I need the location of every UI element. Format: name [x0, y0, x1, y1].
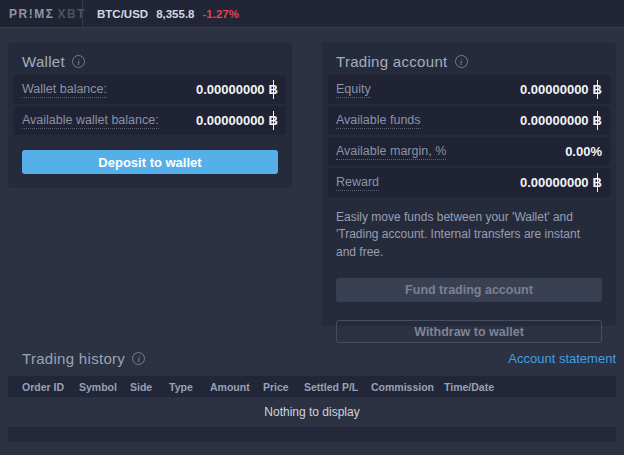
ticker-change: -1.27% [203, 8, 239, 20]
wallet-card: Wallet Wallet balance: 0.00000000 Availa… [8, 42, 292, 188]
column-header-symbol: Symbol [79, 381, 130, 393]
withdraw-to-wallet-button[interactable]: Withdraw to wallet [336, 320, 602, 343]
logo[interactable]: PR!MΣ XBT [0, 0, 83, 27]
wallet-title: Wallet [22, 53, 65, 70]
trading-history-header: Trading history Account statement [8, 346, 616, 370]
account-statement-link[interactable]: Account statement [508, 351, 616, 366]
column-header-type: Type [169, 381, 210, 393]
equity-row: Equity 0.00000000 [328, 75, 610, 104]
logo-text: PR!MΣ [9, 7, 54, 21]
market-ticker[interactable]: BTC/USD 8,355.8 -1.27% [97, 8, 239, 20]
trading-history-title-wrap: Trading history [22, 350, 145, 367]
baht-symbol [593, 175, 602, 190]
topbar: PR!MΣ XBT BTC/USD 8,355.8 -1.27% [0, 0, 624, 28]
info-icon[interactable] [72, 55, 85, 68]
trading-account-header: Trading account [322, 42, 616, 75]
info-icon[interactable] [455, 55, 468, 68]
wallet-balance-label[interactable]: Wallet balance: [22, 82, 107, 98]
column-header-time-date: Time/Date [444, 381, 616, 393]
baht-symbol [269, 82, 278, 97]
column-header-side: Side [130, 381, 169, 393]
available-funds-value: 0.00000000 [520, 113, 602, 128]
ticker-price: 8,355.8 [156, 8, 194, 20]
available-margin-row: Available margin, % 0.00% [328, 137, 610, 166]
history-table-footer-strip [8, 427, 616, 442]
column-header-settled-pl: Settled P/L [304, 381, 371, 393]
wallet-rows: Wallet balance: 0.00000000 Available wal… [14, 75, 286, 135]
trading-history-title: Trading history [22, 350, 125, 367]
available-funds-row: Available funds 0.00000000 [328, 106, 610, 135]
column-header-price: Price [263, 381, 304, 393]
equity-value: 0.00000000 [520, 82, 602, 97]
wallet-balance-value: 0.00000000 [196, 82, 278, 97]
available-wallet-balance-value: 0.00000000 [196, 113, 278, 128]
column-header-order-id: Order ID [22, 381, 79, 393]
wallet-balance-row: Wallet balance: 0.00000000 [14, 75, 286, 104]
available-margin-value: 0.00% [565, 144, 602, 159]
equity-label[interactable]: Equity [336, 82, 371, 98]
baht-symbol [269, 113, 278, 128]
column-header-amount: Amount [210, 381, 263, 393]
ticker-pair: BTC/USD [97, 8, 148, 20]
reward-label[interactable]: Reward [336, 175, 379, 191]
available-margin-label[interactable]: Available margin, % [336, 144, 446, 160]
transfer-info-text: Easily move funds between your 'Wallet' … [336, 209, 602, 261]
wallet-card-header: Wallet [8, 42, 292, 75]
baht-symbol [593, 82, 602, 97]
info-icon[interactable] [132, 352, 145, 365]
reward-row: Reward 0.00000000 [328, 168, 610, 197]
fund-trading-account-button[interactable]: Fund trading account [336, 278, 602, 302]
available-funds-label[interactable]: Available funds [336, 113, 421, 129]
available-wallet-balance-row: Available wallet balance: 0.00000000 [14, 106, 286, 135]
logo-suffix: XBT [57, 7, 86, 21]
trading-history-section: Trading history Account statement Order … [8, 346, 616, 442]
column-header-commission: Commission [371, 381, 444, 393]
page: PR!MΣ XBT BTC/USD 8,355.8 -1.27% Wallet … [0, 0, 624, 455]
deposit-to-wallet-button[interactable]: Deposit to wallet [22, 150, 278, 174]
reward-value: 0.00000000 [520, 175, 602, 190]
trading-account-card: Trading account Equity 0.00000000 Availa… [322, 42, 616, 326]
empty-state-message: Nothing to display [8, 397, 616, 427]
available-wallet-balance-label[interactable]: Available wallet balance: [22, 113, 159, 129]
history-table-header: Order ID Symbol Side Type Amount Price S… [8, 376, 616, 397]
baht-symbol [593, 113, 602, 128]
trading-account-rows: Equity 0.00000000 Available funds 0.0000… [328, 75, 610, 197]
trading-account-title: Trading account [336, 53, 448, 70]
